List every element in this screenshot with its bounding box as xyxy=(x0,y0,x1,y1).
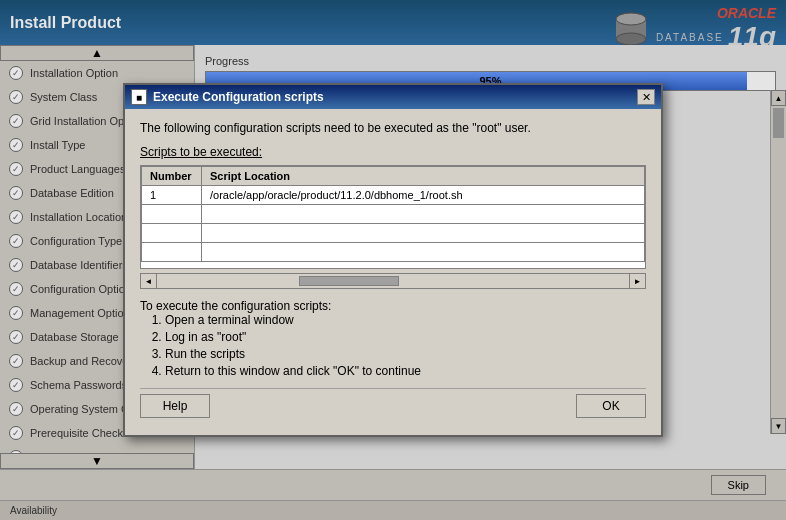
scroll-left-btn[interactable]: ◄ xyxy=(141,274,157,288)
modal-dialog: ■ Execute Configuration scripts ✕ The fo… xyxy=(123,83,663,437)
scripts-table: NumberScript Location1/oracle/app/oracle… xyxy=(141,166,645,262)
instructions: To execute the configuration scripts: Op… xyxy=(140,299,646,378)
instructions-title: To execute the configuration scripts: xyxy=(140,299,646,313)
instructions-list: Open a terminal windowLog in as "root"Ru… xyxy=(165,313,646,378)
table-header-script-location: Script Location xyxy=(202,167,645,186)
modal-close-button[interactable]: ✕ xyxy=(637,89,655,105)
modal-title-icon: ■ xyxy=(131,89,147,105)
table-row-empty xyxy=(142,205,645,224)
table-row-empty xyxy=(142,243,645,262)
main-window: Install Product ORACLE DATABASE 11g xyxy=(0,0,786,520)
help-button[interactable]: Help xyxy=(140,394,210,418)
table-row-empty xyxy=(142,224,645,243)
instruction-step: Open a terminal window xyxy=(165,313,646,327)
modal-title-text: Execute Configuration scripts xyxy=(153,90,631,104)
modal-content: The following configuration scripts need… xyxy=(125,109,661,435)
row-number: 1 xyxy=(142,186,202,205)
instruction-step: Run the scripts xyxy=(165,347,646,361)
instruction-step: Log in as "root" xyxy=(165,330,646,344)
row-location: /oracle/app/oracle/product/11.2.0/dbhome… xyxy=(202,186,645,205)
table-row: 1/oracle/app/oracle/product/11.2.0/dbhom… xyxy=(142,186,645,205)
instruction-step: Return to this window and click "OK" to … xyxy=(165,364,646,378)
table-header-number: Number xyxy=(142,167,202,186)
scripts-table-container: NumberScript Location1/oracle/app/oracle… xyxy=(140,165,646,269)
scroll-right-btn[interactable]: ► xyxy=(629,274,645,288)
scroll-track xyxy=(157,274,629,288)
modal-buttons: Help OK xyxy=(140,388,646,423)
scripts-label: Scripts to be executed: xyxy=(140,145,646,159)
modal-overlay: ■ Execute Configuration scripts ✕ The fo… xyxy=(0,0,786,520)
modal-title-bar: ■ Execute Configuration scripts ✕ xyxy=(125,85,661,109)
modal-description: The following configuration scripts need… xyxy=(140,121,646,135)
scroll-thumb-h[interactable] xyxy=(299,276,399,286)
ok-button[interactable]: OK xyxy=(576,394,646,418)
horizontal-scrollbar[interactable]: ◄ ► xyxy=(140,273,646,289)
